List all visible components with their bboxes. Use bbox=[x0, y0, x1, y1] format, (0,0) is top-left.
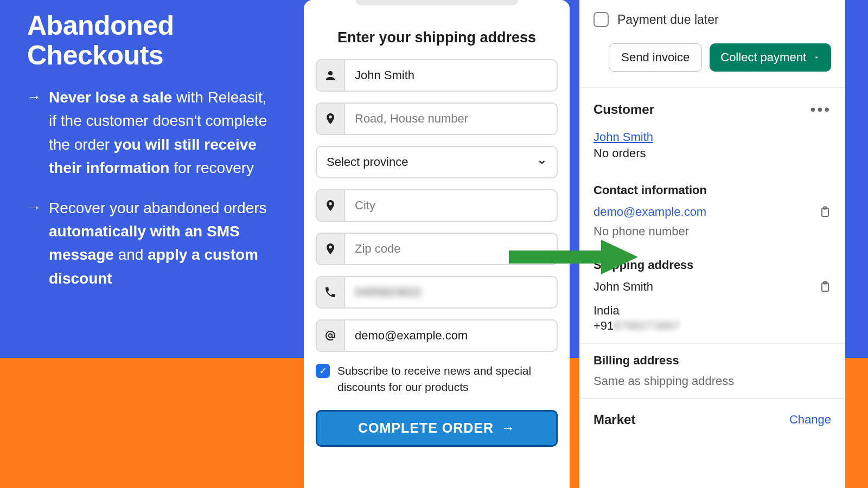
name-value: John Smith bbox=[345, 60, 557, 91]
name-field[interactable]: John Smith bbox=[316, 59, 558, 92]
subscribe-row[interactable]: ✓ Subscribe to receive news and special … bbox=[316, 363, 558, 396]
send-invoice-button[interactable]: Send invoice bbox=[609, 43, 702, 72]
chevron-down-icon bbox=[537, 157, 547, 167]
address-field[interactable]: Road, House number bbox=[316, 102, 558, 135]
checkbox-unchecked-icon[interactable] bbox=[593, 12, 609, 27]
location-icon bbox=[317, 104, 345, 134]
province-placeholder: Select province bbox=[327, 155, 408, 169]
sheet-grabber bbox=[355, 0, 518, 5]
shipping-country: India bbox=[593, 304, 831, 318]
customer-section: Customer ••• John Smith No orders bbox=[579, 88, 845, 174]
at-icon bbox=[317, 320, 345, 351]
billing-section: Billing address Same as shipping address bbox=[579, 344, 845, 398]
location-icon bbox=[317, 190, 345, 221]
email-value: demo@example.com bbox=[345, 320, 557, 351]
checkout-form-card: Enter your shipping address John Smith R… bbox=[304, 0, 570, 488]
subscribe-label: Subscribe to receive news and special di… bbox=[337, 363, 558, 396]
zip-placeholder: Zip code bbox=[345, 234, 557, 264]
billing-heading: Billing address bbox=[593, 354, 831, 368]
shipping-heading: Shipping address bbox=[593, 258, 831, 272]
market-section: Market Change bbox=[579, 399, 845, 449]
city-field[interactable]: City bbox=[316, 189, 558, 222]
marketing-panel: Abandoned Checkouts → Never lose a sale … bbox=[27, 11, 277, 306]
svg-point-0 bbox=[328, 71, 333, 75]
market-heading: Market bbox=[593, 412, 635, 427]
shipping-name: John Smith bbox=[593, 280, 653, 294]
clipboard-icon[interactable] bbox=[818, 206, 831, 219]
marketing-title: Abandoned Checkouts bbox=[27, 11, 277, 70]
customer-name-link[interactable]: John Smith bbox=[593, 130, 653, 144]
billing-text: Same as shipping address bbox=[593, 374, 831, 388]
province-select[interactable]: Select province bbox=[316, 146, 558, 178]
payment-due-later-label: Payment due later bbox=[617, 12, 719, 27]
marketing-bullet-2: → Recover your abandoned orders automati… bbox=[27, 196, 277, 291]
arrow-right-icon: → bbox=[501, 420, 515, 436]
arrow-right-icon: → bbox=[27, 196, 41, 291]
caret-down-icon bbox=[813, 54, 820, 61]
admin-order-panel: Payment due later Send invoice Collect p… bbox=[579, 0, 845, 488]
phone-blurred-value: 0495823822 bbox=[345, 277, 557, 307]
customer-heading: Customer bbox=[593, 102, 654, 117]
form-title: Enter your shipping address bbox=[316, 29, 558, 46]
phone-icon bbox=[317, 277, 345, 307]
address-placeholder: Road, House number bbox=[345, 104, 557, 134]
complete-order-button[interactable]: COMPLETE ORDER → bbox=[316, 410, 558, 447]
shipping-phone: +918788273867 bbox=[593, 319, 831, 333]
phone-field[interactable]: 0495823822 bbox=[316, 276, 558, 309]
shipping-section: Shipping address John Smith India +91878… bbox=[579, 248, 845, 343]
payment-due-later-row[interactable]: Payment due later bbox=[579, 0, 845, 43]
arrow-right-icon: → bbox=[27, 86, 41, 180]
city-placeholder: City bbox=[345, 190, 557, 221]
contact-email-link[interactable]: demo@example.com bbox=[593, 205, 706, 219]
collect-payment-button[interactable]: Collect payment bbox=[710, 43, 831, 72]
location-icon bbox=[317, 234, 345, 264]
marketing-bullet-1: → Never lose a sale with Releasit, if th… bbox=[27, 86, 277, 180]
contact-heading: Contact information bbox=[593, 183, 831, 197]
zip-field[interactable]: Zip code bbox=[316, 233, 558, 265]
customer-orders: No orders bbox=[593, 146, 831, 160]
clipboard-icon[interactable] bbox=[818, 280, 831, 293]
email-field[interactable]: demo@example.com bbox=[316, 319, 558, 352]
contact-section: Contact information demo@example.com No … bbox=[579, 174, 845, 248]
more-icon[interactable]: ••• bbox=[810, 101, 831, 118]
contact-phone-placeholder: No phone number bbox=[593, 224, 831, 239]
market-change-link[interactable]: Change bbox=[789, 413, 831, 427]
person-icon bbox=[317, 60, 345, 91]
checkbox-checked-icon[interactable]: ✓ bbox=[316, 364, 330, 378]
